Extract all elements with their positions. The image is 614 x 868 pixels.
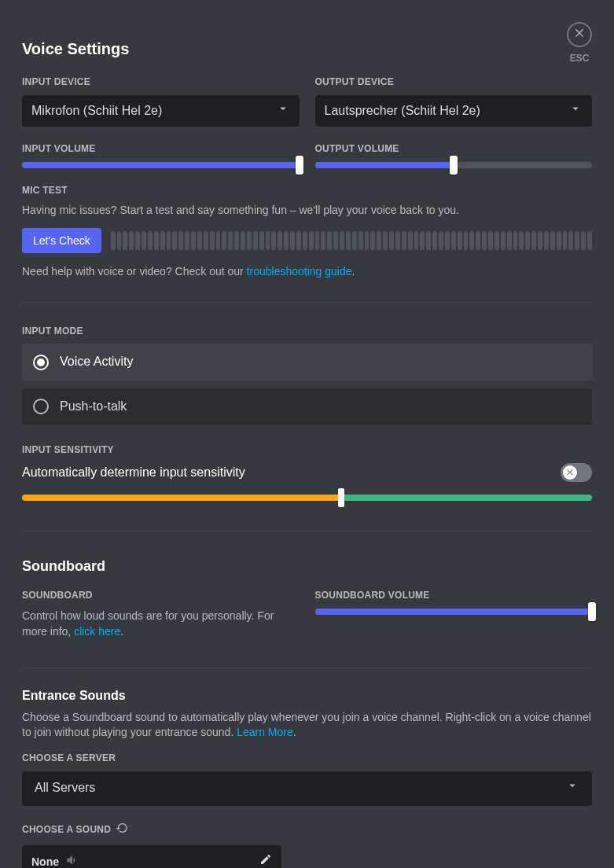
mic-help-suffix: . [352, 265, 355, 278]
pencil-icon[interactable] [259, 853, 272, 868]
input-device-value: Mikrofon (Schiit Hel 2e) [31, 102, 162, 120]
output-volume-slider[interactable] [315, 162, 593, 168]
output-device-select[interactable]: Lautsprecher (Schiit Hel 2e) [315, 95, 593, 127]
entrance-desc: Choose a Soundboard sound to automatical… [22, 710, 592, 741]
soundboard-title: Soundboard [22, 557, 592, 576]
entrance-sound-select[interactable]: None [22, 845, 281, 868]
mic-help-text: Need help with voice or video? Check out… [22, 264, 592, 280]
sensitivity-slider[interactable] [22, 495, 592, 501]
close-button[interactable] [567, 22, 592, 47]
output-device-value: Lautsprecher (Schiit Hel 2e) [325, 102, 480, 120]
input-mode-group: Voice ActivityPush-to-talk [22, 344, 592, 425]
input-mode-label: Input Mode [22, 325, 592, 338]
server-select[interactable]: All Servers [22, 771, 592, 806]
input-mode-option[interactable]: Push-to-talk [22, 388, 592, 425]
choose-server-label: Choose a Server [22, 752, 592, 765]
mic-test-desc: Having mic issues? Start a test and say … [22, 203, 592, 219]
input-mode-option-label: Push-to-talk [60, 398, 127, 415]
radio-icon [33, 399, 49, 414]
input-volume-label: Input Volume [22, 142, 300, 156]
auto-sensitivity-toggle[interactable] [561, 463, 592, 482]
sensitivity-right-bar [341, 495, 592, 501]
input-sensitivity-section: Input Sensitivity Automatically determin… [22, 443, 592, 501]
slider-knob[interactable] [588, 602, 596, 621]
volume-row: Input Volume Output Volume [22, 142, 592, 168]
slider-knob[interactable] [296, 156, 303, 175]
soundboard-row: Soundboard Control how loud sounds are f… [22, 589, 592, 649]
soundboard-desc: Control how loud sounds are for you pers… [22, 609, 300, 639]
input-mode-section: Input Mode Voice ActivityPush-to-talk [22, 325, 592, 425]
divider [22, 668, 592, 668]
soundboard-volume-label: Soundboard Volume [315, 589, 593, 602]
mic-level-meter [111, 231, 592, 250]
divider [22, 302, 592, 303]
restore-icon[interactable] [116, 822, 128, 839]
radio-icon [33, 355, 49, 370]
server-value: All Servers [35, 779, 95, 796]
toggle-thumb [563, 465, 577, 480]
speaker-icon [65, 853, 79, 868]
soundboard-desc-suffix: . [120, 625, 123, 638]
mic-test-section: Mic Test Having mic issues? Start a test… [22, 184, 592, 280]
output-volume-label: Output Volume [315, 142, 593, 156]
slider-knob[interactable] [450, 156, 458, 175]
mic-help-prefix: Need help with voice or video? Check out… [22, 265, 247, 278]
entrance-desc-prefix: Choose a Soundboard sound to automatical… [22, 711, 591, 739]
soundboard-volume-slider[interactable] [315, 609, 593, 615]
esc-label: ESC [570, 52, 590, 65]
mic-test-label: Mic Test [22, 184, 592, 197]
troubleshooting-link[interactable]: troubleshooting guide [247, 265, 352, 278]
input-mode-option-label: Voice Activity [60, 353, 133, 370]
voice-settings-page: ESC Voice Settings Input Device Mikrofon… [0, 0, 614, 868]
close-icon [573, 26, 586, 43]
input-volume-slider[interactable] [22, 162, 300, 168]
choose-sound-label: Choose a Sound [22, 823, 111, 837]
entrance-sound-value: None [31, 855, 59, 868]
slider-fill [22, 162, 300, 168]
chevron-down-icon [276, 101, 290, 120]
input-sensitivity-label: Input Sensitivity [22, 443, 592, 457]
input-mode-option[interactable]: Voice Activity [22, 344, 592, 380]
slider-fill [315, 162, 454, 168]
chevron-down-icon [568, 101, 583, 120]
entrance-title: Entrance Sounds [22, 687, 592, 704]
mic-test-button[interactable]: Let's Check [22, 228, 101, 253]
close-icon [565, 464, 575, 481]
sensitivity-knob[interactable] [338, 488, 344, 507]
soundboard-info-link[interactable]: click here [74, 625, 120, 638]
auto-sensitivity-label: Automatically determine input sensitivit… [22, 464, 245, 481]
output-device-label: Output Device [315, 75, 593, 89]
device-row: Input Device Mikrofon (Schiit Hel 2e) Ou… [22, 75, 592, 127]
slider-fill [315, 609, 593, 615]
entrance-learn-more-link[interactable]: Learn More [237, 726, 293, 738]
input-device-label: Input Device [22, 75, 300, 89]
soundboard-label: Soundboard [22, 589, 300, 602]
chevron-down-icon [565, 778, 579, 797]
page-title: Voice Settings [22, 38, 592, 60]
close-control: ESC [564, 22, 595, 65]
input-device-select[interactable]: Mikrofon (Schiit Hel 2e) [22, 95, 300, 127]
sensitivity-left-bar [22, 495, 341, 501]
entrance-desc-suffix: . [293, 726, 296, 738]
soundboard-desc-prefix: Control how loud sounds are for you pers… [22, 609, 274, 638]
divider [22, 531, 592, 531]
